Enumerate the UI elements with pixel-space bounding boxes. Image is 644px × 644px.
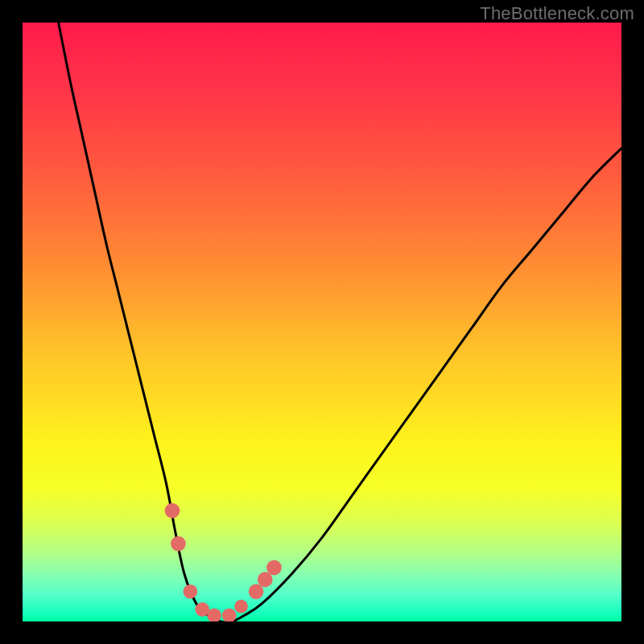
curve-layer — [23, 23, 621, 621]
bottleneck-curve — [59, 23, 621, 621]
curve-marker — [266, 560, 282, 576]
curve-marker — [183, 584, 197, 599]
curve-marker — [165, 503, 180, 518]
curve-marker — [234, 600, 248, 613]
plot-area — [23, 23, 621, 621]
curve-marker — [258, 572, 273, 588]
watermark-text: TheBottleneck.com — [480, 3, 634, 24]
chart-frame: TheBottleneck.com — [0, 0, 644, 644]
curve-marker — [249, 584, 264, 599]
curve-marker — [171, 536, 186, 551]
curve-marker — [222, 609, 237, 621]
